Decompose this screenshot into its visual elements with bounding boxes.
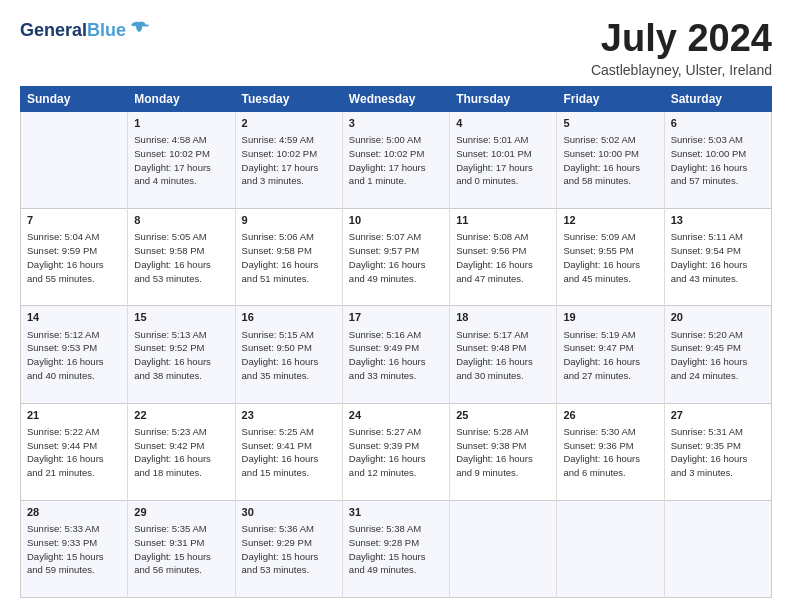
calendar-cell: 7Sunrise: 5:04 AM Sunset: 9:59 PM Daylig… [21,209,128,306]
header-saturday: Saturday [664,86,771,111]
calendar-cell: 27Sunrise: 5:31 AM Sunset: 9:35 PM Dayli… [664,403,771,500]
calendar-cell: 4Sunrise: 5:01 AM Sunset: 10:01 PM Dayli… [450,111,557,208]
day-content: Sunrise: 5:00 AM Sunset: 10:02 PM Daylig… [349,133,443,188]
calendar-cell: 31Sunrise: 5:38 AM Sunset: 9:28 PM Dayli… [342,500,449,597]
header-tuesday: Tuesday [235,86,342,111]
header: GeneralBlue July 2024 Castleblayney, Uls… [20,18,772,78]
day-content: Sunrise: 5:31 AM Sunset: 9:35 PM Dayligh… [671,425,765,480]
calendar-cell [450,500,557,597]
day-number: 19 [563,310,657,325]
calendar-cell: 21Sunrise: 5:22 AM Sunset: 9:44 PM Dayli… [21,403,128,500]
day-number: 29 [134,505,228,520]
day-number: 11 [456,213,550,228]
day-content: Sunrise: 5:36 AM Sunset: 9:29 PM Dayligh… [242,522,336,577]
day-content: Sunrise: 5:23 AM Sunset: 9:42 PM Dayligh… [134,425,228,480]
calendar-cell: 29Sunrise: 5:35 AM Sunset: 9:31 PM Dayli… [128,500,235,597]
day-number: 16 [242,310,336,325]
calendar-cell: 26Sunrise: 5:30 AM Sunset: 9:36 PM Dayli… [557,403,664,500]
day-number: 22 [134,408,228,423]
calendar-cell: 6Sunrise: 5:03 AM Sunset: 10:00 PM Dayli… [664,111,771,208]
day-content: Sunrise: 5:13 AM Sunset: 9:52 PM Dayligh… [134,328,228,383]
calendar-cell: 12Sunrise: 5:09 AM Sunset: 9:55 PM Dayli… [557,209,664,306]
calendar-table: SundayMondayTuesdayWednesdayThursdayFrid… [20,86,772,598]
day-content: Sunrise: 5:27 AM Sunset: 9:39 PM Dayligh… [349,425,443,480]
day-content: Sunrise: 5:17 AM Sunset: 9:48 PM Dayligh… [456,328,550,383]
day-number: 30 [242,505,336,520]
day-number: 4 [456,116,550,131]
day-content: Sunrise: 5:16 AM Sunset: 9:49 PM Dayligh… [349,328,443,383]
week-row-4: 21Sunrise: 5:22 AM Sunset: 9:44 PM Dayli… [21,403,772,500]
day-number: 23 [242,408,336,423]
day-content: Sunrise: 5:01 AM Sunset: 10:01 PM Daylig… [456,133,550,188]
calendar-cell [664,500,771,597]
day-number: 15 [134,310,228,325]
calendar-cell: 17Sunrise: 5:16 AM Sunset: 9:49 PM Dayli… [342,306,449,403]
calendar-cell [557,500,664,597]
title-block: July 2024 Castleblayney, Ulster, Ireland [591,18,772,78]
calendar-cell: 22Sunrise: 5:23 AM Sunset: 9:42 PM Dayli… [128,403,235,500]
header-row: SundayMondayTuesdayWednesdayThursdayFrid… [21,86,772,111]
calendar-cell: 13Sunrise: 5:11 AM Sunset: 9:54 PM Dayli… [664,209,771,306]
header-sunday: Sunday [21,86,128,111]
day-number: 25 [456,408,550,423]
header-monday: Monday [128,86,235,111]
calendar-cell: 19Sunrise: 5:19 AM Sunset: 9:47 PM Dayli… [557,306,664,403]
day-content: Sunrise: 5:15 AM Sunset: 9:50 PM Dayligh… [242,328,336,383]
calendar-cell: 3Sunrise: 5:00 AM Sunset: 10:02 PM Dayli… [342,111,449,208]
calendar-cell: 18Sunrise: 5:17 AM Sunset: 9:48 PM Dayli… [450,306,557,403]
calendar-cell: 8Sunrise: 5:05 AM Sunset: 9:58 PM Daylig… [128,209,235,306]
day-number: 14 [27,310,121,325]
week-row-5: 28Sunrise: 5:33 AM Sunset: 9:33 PM Dayli… [21,500,772,597]
day-number: 12 [563,213,657,228]
calendar-cell: 20Sunrise: 5:20 AM Sunset: 9:45 PM Dayli… [664,306,771,403]
day-content: Sunrise: 5:08 AM Sunset: 9:56 PM Dayligh… [456,230,550,285]
day-content: Sunrise: 5:07 AM Sunset: 9:57 PM Dayligh… [349,230,443,285]
day-number: 20 [671,310,765,325]
day-content: Sunrise: 5:30 AM Sunset: 9:36 PM Dayligh… [563,425,657,480]
week-row-3: 14Sunrise: 5:12 AM Sunset: 9:53 PM Dayli… [21,306,772,403]
calendar-cell: 9Sunrise: 5:06 AM Sunset: 9:58 PM Daylig… [235,209,342,306]
month-title: July 2024 [591,18,772,60]
day-content: Sunrise: 5:12 AM Sunset: 9:53 PM Dayligh… [27,328,121,383]
calendar-cell: 16Sunrise: 5:15 AM Sunset: 9:50 PM Dayli… [235,306,342,403]
day-number: 3 [349,116,443,131]
day-content: Sunrise: 5:38 AM Sunset: 9:28 PM Dayligh… [349,522,443,577]
header-thursday: Thursday [450,86,557,111]
day-number: 13 [671,213,765,228]
logo-bird-icon [128,18,150,40]
day-number: 10 [349,213,443,228]
logo: GeneralBlue [20,18,150,42]
calendar-cell: 10Sunrise: 5:07 AM Sunset: 9:57 PM Dayli… [342,209,449,306]
week-row-2: 7Sunrise: 5:04 AM Sunset: 9:59 PM Daylig… [21,209,772,306]
calendar-cell: 23Sunrise: 5:25 AM Sunset: 9:41 PM Dayli… [235,403,342,500]
calendar-cell: 2Sunrise: 4:59 AM Sunset: 10:02 PM Dayli… [235,111,342,208]
day-content: Sunrise: 5:03 AM Sunset: 10:00 PM Daylig… [671,133,765,188]
calendar-cell: 25Sunrise: 5:28 AM Sunset: 9:38 PM Dayli… [450,403,557,500]
day-content: Sunrise: 5:28 AM Sunset: 9:38 PM Dayligh… [456,425,550,480]
day-content: Sunrise: 5:25 AM Sunset: 9:41 PM Dayligh… [242,425,336,480]
day-number: 1 [134,116,228,131]
week-row-1: 1Sunrise: 4:58 AM Sunset: 10:02 PM Dayli… [21,111,772,208]
header-friday: Friday [557,86,664,111]
page: GeneralBlue July 2024 Castleblayney, Uls… [0,0,792,612]
day-content: Sunrise: 5:19 AM Sunset: 9:47 PM Dayligh… [563,328,657,383]
day-number: 2 [242,116,336,131]
day-content: Sunrise: 5:20 AM Sunset: 9:45 PM Dayligh… [671,328,765,383]
day-content: Sunrise: 4:58 AM Sunset: 10:02 PM Daylig… [134,133,228,188]
calendar-cell: 28Sunrise: 5:33 AM Sunset: 9:33 PM Dayli… [21,500,128,597]
day-content: Sunrise: 5:11 AM Sunset: 9:54 PM Dayligh… [671,230,765,285]
day-number: 7 [27,213,121,228]
day-number: 21 [27,408,121,423]
calendar-cell: 24Sunrise: 5:27 AM Sunset: 9:39 PM Dayli… [342,403,449,500]
day-number: 6 [671,116,765,131]
day-number: 24 [349,408,443,423]
day-content: Sunrise: 5:33 AM Sunset: 9:33 PM Dayligh… [27,522,121,577]
day-number: 28 [27,505,121,520]
calendar-cell: 5Sunrise: 5:02 AM Sunset: 10:00 PM Dayli… [557,111,664,208]
calendar-cell: 11Sunrise: 5:08 AM Sunset: 9:56 PM Dayli… [450,209,557,306]
day-content: Sunrise: 5:35 AM Sunset: 9:31 PM Dayligh… [134,522,228,577]
day-content: Sunrise: 5:05 AM Sunset: 9:58 PM Dayligh… [134,230,228,285]
day-number: 18 [456,310,550,325]
day-content: Sunrise: 5:06 AM Sunset: 9:58 PM Dayligh… [242,230,336,285]
calendar-cell: 15Sunrise: 5:13 AM Sunset: 9:52 PM Dayli… [128,306,235,403]
